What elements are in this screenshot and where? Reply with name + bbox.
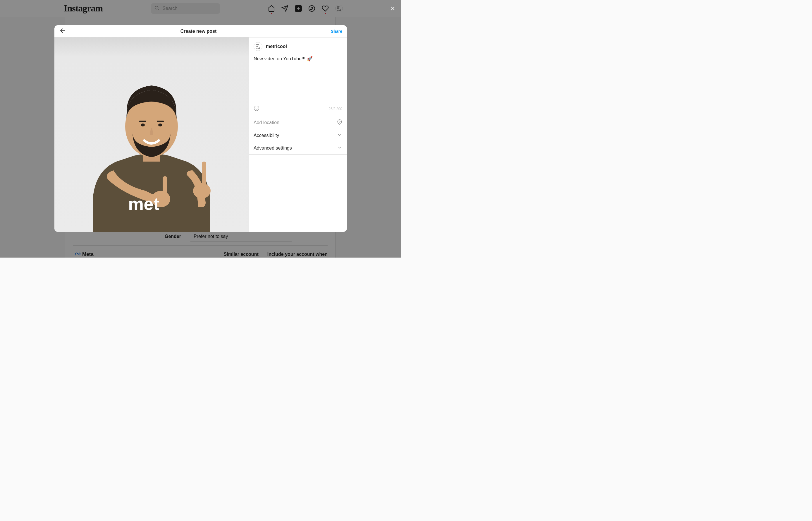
chevron-down-icon <box>337 145 342 151</box>
caption-footer: 26/2,200 <box>249 103 347 116</box>
svg-point-14 <box>158 123 162 127</box>
caption-text: New video on YouTube!!! 🚀 <box>254 55 342 62</box>
svg-rect-15 <box>139 120 146 122</box>
advanced-settings-row[interactable]: Advanced settings <box>249 142 347 155</box>
svg-rect-16 <box>157 120 164 122</box>
svg-rect-20 <box>202 162 206 191</box>
username: metricool <box>266 44 287 49</box>
share-button[interactable]: Share <box>331 29 342 33</box>
character-count: 26/2,200 <box>329 107 342 111</box>
caption-area[interactable]: New video on YouTube!!! 🚀 <box>249 53 347 103</box>
post-sidebar: metricool metricool New video on YouTube… <box>248 38 347 232</box>
emoji-picker-icon[interactable] <box>254 105 259 112</box>
close-modal-button[interactable] <box>390 5 396 13</box>
back-button[interactable] <box>59 27 66 36</box>
create-post-modal: Create new post Share <box>54 25 347 232</box>
chevron-down-icon <box>337 132 342 139</box>
user-row: metricool metricool <box>249 38 347 53</box>
person-photo-placeholder: met <box>75 68 228 232</box>
accessibility-row[interactable]: Accessibility <box>249 129 347 142</box>
accessibility-label: Accessibility <box>254 133 279 138</box>
media-preview[interactable]: met <box>54 38 248 232</box>
advanced-settings-label: Advanced settings <box>254 145 292 151</box>
add-location-label: Add location <box>254 120 279 125</box>
shirt-text: met <box>128 194 160 214</box>
svg-rect-18 <box>163 176 167 200</box>
svg-point-24 <box>339 121 340 122</box>
avatar-text: metricool <box>256 44 260 49</box>
add-location-row[interactable]: Add location <box>249 116 347 129</box>
user-avatar[interactable]: metricool <box>254 42 262 51</box>
location-icon <box>337 119 342 126</box>
modal-body: met metricool metricool New video on You… <box>54 38 347 232</box>
modal-header: Create new post Share <box>54 25 347 38</box>
svg-point-21 <box>254 106 259 111</box>
modal-title: Create new post <box>181 29 217 34</box>
svg-point-13 <box>141 123 145 127</box>
